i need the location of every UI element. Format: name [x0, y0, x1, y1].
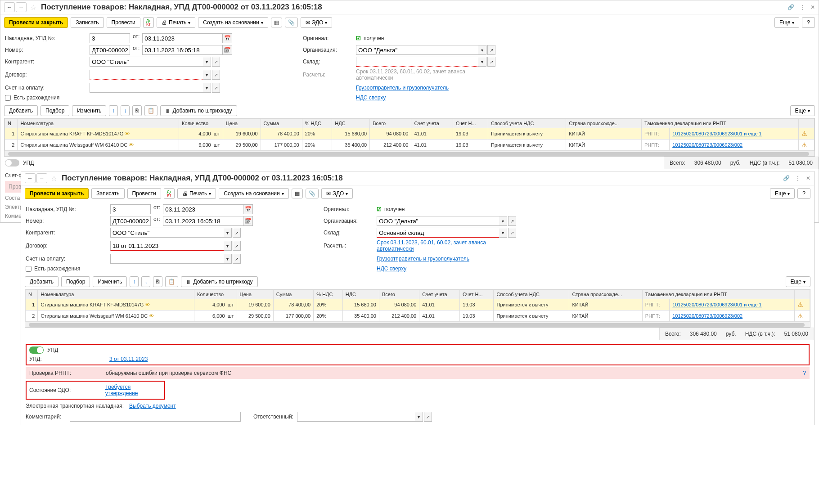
- open-icon[interactable]: ↗: [487, 57, 495, 67]
- page-title: Поступление товаров: Накладная, УПД ДТ00…: [41, 3, 788, 12]
- warehouse-label: Склад:: [303, 58, 352, 65]
- copy-button[interactable]: ⎘: [132, 105, 142, 116]
- help-button[interactable]: ?: [802, 17, 815, 28]
- lock-icon[interactable]: ▤: [244, 218, 249, 224]
- number-input[interactable]: [110, 216, 151, 224]
- structure-button[interactable]: ▦: [271, 18, 282, 27]
- close-icon[interactable]: ✕: [806, 175, 810, 181]
- open-icon[interactable]: ↗: [212, 83, 220, 93]
- edo-button[interactable]: ✉ ЭДО: [321, 188, 353, 199]
- nav-back-button[interactable]: ←: [25, 173, 36, 183]
- post-close-button[interactable]: Провести и закрыть: [25, 188, 89, 199]
- open-icon[interactable]: ↗: [212, 57, 220, 67]
- number-label: Номер:: [5, 47, 86, 53]
- discrepancy-checkbox[interactable]: [5, 95, 11, 101]
- pick-button[interactable]: Подбор: [40, 105, 69, 116]
- settlements-label: Расчеты:: [303, 72, 352, 78]
- paste-button[interactable]: 📋: [144, 105, 158, 116]
- write-button[interactable]: Записать: [71, 17, 104, 28]
- org-label: Организация:: [303, 47, 352, 53]
- print-button[interactable]: 🖨 Печать: [157, 17, 195, 28]
- dt-kt-button[interactable]: ДтКт: [143, 17, 154, 28]
- invoice-no-input[interactable]: [110, 204, 151, 214]
- invoice-no-input[interactable]: [90, 33, 130, 43]
- table-toolbar: Добавить Подбор Изменить ↑ ↓ ⎘ 📋 ⫼ Добав…: [0, 104, 819, 118]
- warehouse-input[interactable]: [356, 57, 478, 67]
- org-input[interactable]: [377, 216, 499, 224]
- attach-button[interactable]: 📎: [306, 189, 319, 198]
- favorite-icon[interactable]: ☆: [51, 174, 59, 183]
- open-icon[interactable]: ↗: [487, 45, 495, 55]
- page-title: Поступление товаров: Накладная, УПД ДТ00…: [62, 174, 783, 183]
- invoice-date-input[interactable]: [163, 204, 243, 214]
- org-input[interactable]: [356, 45, 478, 55]
- help-button[interactable]: ?: [797, 188, 810, 199]
- barcode-button[interactable]: ⫼ Добавить по штрихкоду: [160, 105, 237, 116]
- favorite-icon[interactable]: ☆: [30, 3, 38, 12]
- main-toolbar: Провести и закрыть Записать Провести ДтК…: [0, 14, 819, 31]
- more-button[interactable]: Еще: [774, 17, 799, 28]
- write-button[interactable]: Записать: [91, 188, 124, 199]
- original-label: Оригинал:: [303, 35, 352, 41]
- print-button[interactable]: 🖨 Печать: [177, 188, 216, 199]
- create-based-button[interactable]: Создать на основании: [198, 17, 268, 28]
- lock-icon[interactable]: ▤: [224, 47, 229, 53]
- move-down-button[interactable]: ↓: [121, 105, 130, 116]
- title-bar: ← → ☆ Поступление товаров: Накладная, УП…: [0, 0, 819, 14]
- number-date-input[interactable]: [142, 45, 222, 55]
- dropdown-icon[interactable]: ▾: [203, 57, 211, 67]
- more-button[interactable]: Еще: [770, 188, 795, 199]
- received-checkbox[interactable]: ☑: [356, 35, 361, 41]
- form-area: Накладная, УПД №: от: 📅 Оригинал: ☑ полу…: [0, 31, 819, 104]
- counterparty-label: Контрагент:: [5, 58, 86, 65]
- table-more-button[interactable]: Еще: [790, 105, 815, 116]
- invoice-no-label: Накладная, УПД №:: [5, 35, 86, 41]
- edo-button[interactable]: ✉ ЭДО: [301, 17, 333, 28]
- nav-forward-button[interactable]: →: [36, 173, 47, 183]
- structure-button[interactable]: ▦: [292, 189, 303, 198]
- nav-back-button[interactable]: ←: [4, 2, 15, 12]
- contract-label: Договор:: [5, 72, 86, 78]
- menu-icon[interactable]: ⋮: [800, 4, 805, 10]
- link-icon[interactable]: 🔗: [783, 175, 790, 181]
- dt-kt-button[interactable]: ДтКт: [164, 188, 175, 199]
- link-icon[interactable]: 🔗: [788, 4, 794, 10]
- counterparty-input[interactable]: [90, 57, 203, 67]
- invoice-date-input[interactable]: [142, 33, 222, 43]
- post-button[interactable]: Провести: [107, 17, 140, 28]
- attach-button[interactable]: 📎: [285, 18, 298, 27]
- table-row[interactable]: 1Стиральная машина KRAFT KF-MDS10147G 👁 …: [5, 128, 814, 140]
- table-row[interactable]: 2Стиральная машина Weissgauff WM 61410 D…: [5, 140, 814, 151]
- number-input[interactable]: [90, 45, 130, 55]
- edit-button[interactable]: Изменить: [72, 105, 106, 116]
- goods-table: N Номенклатура Количество Цена Сумма % Н…: [4, 118, 815, 157]
- open-icon[interactable]: ↗: [212, 70, 220, 80]
- create-based-button[interactable]: Создать на основании: [219, 188, 289, 199]
- payment-input[interactable]: [90, 83, 203, 93]
- add-button[interactable]: Добавить: [4, 105, 38, 116]
- contract-input[interactable]: [90, 70, 203, 80]
- dropdown-icon[interactable]: ▾: [203, 83, 211, 93]
- dropdown-icon[interactable]: ▾: [478, 57, 486, 67]
- move-up-button[interactable]: ↑: [109, 105, 118, 116]
- upd-toggle[interactable]: [5, 159, 19, 166]
- post-button[interactable]: Провести: [127, 188, 161, 199]
- totals-bar: Всего: 306 480,00 руб. НДС (в т.ч.): 51 …: [664, 157, 819, 169]
- menu-icon[interactable]: ⋮: [795, 175, 801, 181]
- window-2: ← → ☆ Поступление товаров: Накладная, УП…: [21, 171, 814, 224]
- dropdown-icon[interactable]: ▾: [478, 45, 486, 55]
- shipper-link[interactable]: Грузоотправитель и грузополучатель: [356, 85, 449, 91]
- received-checkbox[interactable]: ☑: [377, 206, 382, 212]
- post-close-button[interactable]: Провести и закрыть: [4, 17, 68, 28]
- settlements-value: Срок 03.11.2023, 60.01, 60.02, зачет ава…: [356, 68, 495, 81]
- vat-link[interactable]: НДС сверху: [356, 94, 386, 101]
- number-date-input[interactable]: [163, 216, 243, 224]
- calendar-icon[interactable]: 📅: [222, 33, 232, 43]
- close-icon[interactable]: ✕: [810, 4, 815, 10]
- dropdown-icon[interactable]: ▾: [203, 70, 211, 80]
- nav-forward-button[interactable]: →: [16, 2, 27, 12]
- calendar-icon[interactable]: 📅: [243, 204, 253, 214]
- payment-label: Счет на оплату:: [5, 85, 86, 91]
- horizontal-scroll[interactable]: [4, 151, 814, 156]
